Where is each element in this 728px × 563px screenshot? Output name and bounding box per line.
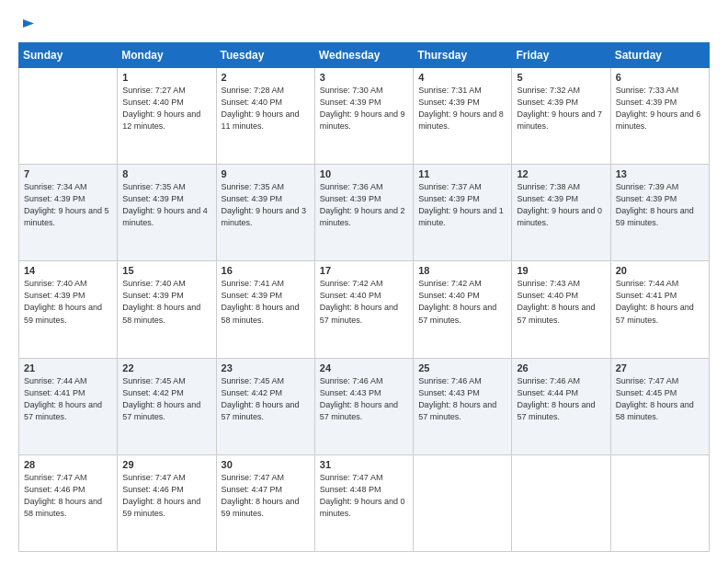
day-number: 16 [222, 265, 310, 276]
day-info: Sunrise: 7:30 AM Sunset: 4:39 PM Dayligh… [320, 85, 408, 132]
calendar-cell: 4Sunrise: 7:31 AM Sunset: 4:39 PM Daylig… [414, 68, 512, 165]
day-number: 12 [517, 168, 605, 179]
day-number: 24 [320, 362, 408, 373]
calendar-cell: 30Sunrise: 7:47 AM Sunset: 4:47 PM Dayli… [216, 454, 314, 551]
calendar-cell: 26Sunrise: 7:46 AM Sunset: 4:44 PM Dayli… [512, 358, 610, 454]
day-number: 9 [222, 168, 310, 179]
day-info: Sunrise: 7:46 AM Sunset: 4:43 PM Dayligh… [320, 375, 408, 423]
day-info: Sunrise: 7:46 AM Sunset: 4:43 PM Dayligh… [418, 375, 506, 423]
calendar-cell [19, 68, 118, 165]
logo-flag-icon [20, 17, 37, 33]
calendar-week-row: 21Sunrise: 7:44 AM Sunset: 4:41 PM Dayli… [19, 358, 710, 454]
day-info: Sunrise: 7:47 AM Sunset: 4:45 PM Dayligh… [616, 375, 704, 423]
day-info: Sunrise: 7:47 AM Sunset: 4:46 PM Dayligh… [24, 472, 112, 520]
calendar-cell: 25Sunrise: 7:46 AM Sunset: 4:43 PM Dayli… [414, 358, 512, 454]
col-sunday: Sunday [19, 43, 118, 68]
calendar-cell [610, 454, 709, 551]
day-number: 30 [222, 459, 310, 470]
day-info: Sunrise: 7:32 AM Sunset: 4:39 PM Dayligh… [517, 85, 605, 132]
calendar-cell: 21Sunrise: 7:44 AM Sunset: 4:41 PM Dayli… [19, 358, 118, 454]
day-info: Sunrise: 7:47 AM Sunset: 4:46 PM Dayligh… [122, 472, 210, 520]
day-info: Sunrise: 7:27 AM Sunset: 4:40 PM Dayligh… [122, 85, 210, 132]
day-info: Sunrise: 7:28 AM Sunset: 4:40 PM Dayligh… [222, 85, 310, 132]
calendar-cell: 16Sunrise: 7:41 AM Sunset: 4:39 PM Dayli… [216, 261, 314, 358]
calendar-cell: 2Sunrise: 7:28 AM Sunset: 4:40 PM Daylig… [216, 68, 314, 165]
calendar-cell: 28Sunrise: 7:47 AM Sunset: 4:46 PM Dayli… [19, 454, 118, 551]
calendar-cell: 12Sunrise: 7:38 AM Sunset: 4:39 PM Dayli… [512, 165, 610, 261]
header [18, 17, 710, 33]
day-info: Sunrise: 7:34 AM Sunset: 4:39 PM Dayligh… [24, 181, 112, 229]
day-info: Sunrise: 7:42 AM Sunset: 4:40 PM Dayligh… [418, 278, 506, 326]
day-number: 5 [517, 72, 605, 83]
calendar-cell [512, 454, 610, 551]
day-info: Sunrise: 7:46 AM Sunset: 4:44 PM Dayligh… [517, 375, 605, 423]
calendar-cell: 22Sunrise: 7:45 AM Sunset: 4:42 PM Dayli… [118, 358, 216, 454]
day-number: 23 [222, 362, 310, 373]
calendar-cell: 20Sunrise: 7:44 AM Sunset: 4:41 PM Dayli… [610, 261, 709, 358]
day-number: 20 [616, 265, 704, 276]
day-info: Sunrise: 7:47 AM Sunset: 4:48 PM Dayligh… [320, 472, 408, 520]
day-info: Sunrise: 7:43 AM Sunset: 4:40 PM Dayligh… [517, 278, 605, 326]
calendar-cell: 23Sunrise: 7:45 AM Sunset: 4:42 PM Dayli… [216, 358, 314, 454]
day-info: Sunrise: 7:35 AM Sunset: 4:39 PM Dayligh… [122, 181, 210, 229]
col-tuesday: Tuesday [216, 43, 314, 68]
calendar-cell: 15Sunrise: 7:40 AM Sunset: 4:39 PM Dayli… [118, 261, 216, 358]
day-info: Sunrise: 7:40 AM Sunset: 4:39 PM Dayligh… [122, 278, 210, 326]
calendar-table: Sunday Monday Tuesday Wednesday Thursday… [18, 42, 710, 552]
calendar-cell: 17Sunrise: 7:42 AM Sunset: 4:40 PM Dayli… [314, 261, 413, 358]
day-number: 2 [222, 72, 310, 83]
day-number: 27 [616, 362, 704, 373]
day-number: 1 [122, 72, 210, 83]
day-info: Sunrise: 7:35 AM Sunset: 4:39 PM Dayligh… [222, 181, 310, 229]
day-number: 29 [122, 459, 210, 470]
day-info: Sunrise: 7:36 AM Sunset: 4:39 PM Dayligh… [320, 181, 408, 229]
calendar-cell: 6Sunrise: 7:33 AM Sunset: 4:39 PM Daylig… [610, 68, 709, 165]
col-thursday: Thursday [414, 43, 512, 68]
day-number: 17 [320, 265, 408, 276]
calendar-week-row: 14Sunrise: 7:40 AM Sunset: 4:39 PM Dayli… [19, 261, 710, 358]
calendar-cell: 1Sunrise: 7:27 AM Sunset: 4:40 PM Daylig… [118, 68, 216, 165]
day-info: Sunrise: 7:40 AM Sunset: 4:39 PM Dayligh… [24, 278, 112, 326]
page: Sunday Monday Tuesday Wednesday Thursday… [0, 0, 728, 563]
day-number: 13 [616, 168, 704, 179]
day-info: Sunrise: 7:45 AM Sunset: 4:42 PM Dayligh… [122, 375, 210, 423]
day-info: Sunrise: 7:44 AM Sunset: 4:41 PM Dayligh… [24, 375, 112, 423]
day-number: 31 [320, 459, 408, 470]
day-info: Sunrise: 7:45 AM Sunset: 4:42 PM Dayligh… [222, 375, 310, 423]
day-number: 21 [24, 362, 112, 373]
calendar-cell: 10Sunrise: 7:36 AM Sunset: 4:39 PM Dayli… [314, 165, 413, 261]
col-friday: Friday [512, 43, 610, 68]
day-info: Sunrise: 7:38 AM Sunset: 4:39 PM Dayligh… [517, 181, 605, 229]
day-info: Sunrise: 7:33 AM Sunset: 4:39 PM Dayligh… [616, 85, 704, 132]
day-number: 4 [418, 72, 506, 83]
calendar-cell: 24Sunrise: 7:46 AM Sunset: 4:43 PM Dayli… [314, 358, 413, 454]
calendar-cell: 14Sunrise: 7:40 AM Sunset: 4:39 PM Dayli… [19, 261, 118, 358]
calendar-week-row: 7Sunrise: 7:34 AM Sunset: 4:39 PM Daylig… [19, 165, 710, 261]
calendar-cell: 9Sunrise: 7:35 AM Sunset: 4:39 PM Daylig… [216, 165, 314, 261]
col-monday: Monday [118, 43, 216, 68]
calendar-cell: 13Sunrise: 7:39 AM Sunset: 4:39 PM Dayli… [610, 165, 709, 261]
logo [18, 17, 37, 33]
col-saturday: Saturday [610, 43, 709, 68]
day-number: 22 [122, 362, 210, 373]
day-info: Sunrise: 7:47 AM Sunset: 4:47 PM Dayligh… [222, 472, 310, 520]
day-info: Sunrise: 7:41 AM Sunset: 4:39 PM Dayligh… [222, 278, 310, 326]
calendar-week-row: 1Sunrise: 7:27 AM Sunset: 4:40 PM Daylig… [19, 68, 710, 165]
col-wednesday: Wednesday [314, 43, 413, 68]
day-info: Sunrise: 7:39 AM Sunset: 4:39 PM Dayligh… [616, 181, 704, 229]
calendar-cell: 5Sunrise: 7:32 AM Sunset: 4:39 PM Daylig… [512, 68, 610, 165]
day-number: 8 [122, 168, 210, 179]
svg-marker-0 [23, 19, 34, 28]
day-number: 25 [418, 362, 506, 373]
calendar-week-row: 28Sunrise: 7:47 AM Sunset: 4:46 PM Dayli… [19, 454, 710, 551]
calendar-cell [414, 454, 512, 551]
calendar-cell: 29Sunrise: 7:47 AM Sunset: 4:46 PM Dayli… [118, 454, 216, 551]
day-number: 3 [320, 72, 408, 83]
day-info: Sunrise: 7:37 AM Sunset: 4:39 PM Dayligh… [418, 181, 506, 229]
day-number: 14 [24, 265, 112, 276]
day-info: Sunrise: 7:44 AM Sunset: 4:41 PM Dayligh… [616, 278, 704, 326]
day-number: 6 [616, 72, 704, 83]
calendar-header-row: Sunday Monday Tuesday Wednesday Thursday… [19, 43, 710, 68]
day-info: Sunrise: 7:31 AM Sunset: 4:39 PM Dayligh… [418, 85, 506, 132]
day-number: 15 [122, 265, 210, 276]
